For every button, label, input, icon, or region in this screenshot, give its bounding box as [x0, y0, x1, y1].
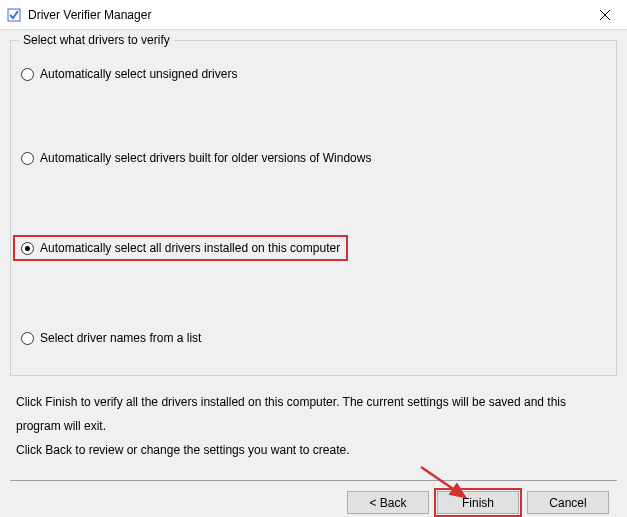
driver-select-group: Select what drivers to verify Automatica… — [10, 40, 617, 376]
info-line2: Click Back to review or change the setti… — [16, 438, 611, 462]
radio-unsigned[interactable]: Automatically select unsigned drivers — [21, 67, 606, 81]
radio-label-list: Select driver names from a list — [40, 331, 201, 345]
highlight-box: Automatically select all drivers install… — [13, 235, 348, 261]
radio-icon — [21, 152, 34, 165]
radio-label-older: Automatically select drivers built for o… — [40, 151, 371, 165]
back-button[interactable]: < Back — [347, 491, 429, 514]
content-area: Select what drivers to verify Automatica… — [0, 30, 627, 517]
group-legend: Select what drivers to verify — [19, 33, 174, 47]
radio-list[interactable]: Select driver names from a list — [21, 331, 606, 345]
window-title: Driver Verifier Manager — [28, 8, 582, 22]
radio-icon — [21, 242, 34, 255]
radio-older[interactable]: Automatically select drivers built for o… — [21, 151, 606, 165]
titlebar: Driver Verifier Manager — [0, 0, 627, 30]
radio-label-unsigned: Automatically select unsigned drivers — [40, 67, 237, 81]
radio-icon — [21, 332, 34, 345]
cancel-button[interactable]: Cancel — [527, 491, 609, 514]
radio-all[interactable]: Automatically select all drivers install… — [21, 241, 340, 255]
finish-button[interactable]: Finish — [437, 491, 519, 514]
separator — [10, 480, 617, 481]
app-icon — [6, 7, 22, 23]
radio-icon — [21, 68, 34, 81]
button-row: < Back Finish Cancel — [10, 491, 617, 517]
radio-label-all: Automatically select all drivers install… — [40, 241, 340, 255]
close-button[interactable] — [582, 0, 627, 30]
info-text: Click Finish to verify all the drivers i… — [16, 390, 611, 462]
info-line1: Click Finish to verify all the drivers i… — [16, 390, 611, 438]
